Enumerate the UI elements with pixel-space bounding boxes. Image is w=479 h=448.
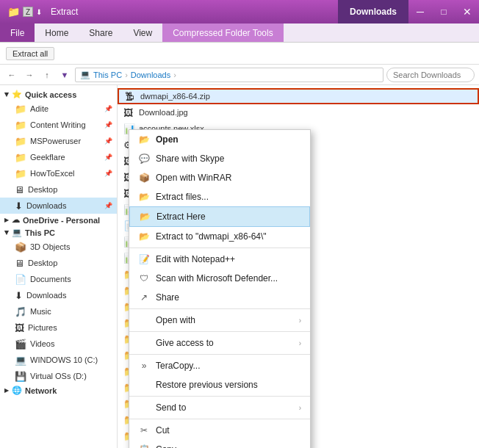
cm-item-cut[interactable]: ✂ Cut	[129, 421, 310, 440]
cm-item-share-skype[interactable]: 💬 Share with Skype	[129, 149, 310, 168]
cm-item-restore-versions[interactable]: Restore previous versions	[129, 375, 310, 394]
cm-item-share[interactable]: ↗ Share	[129, 288, 310, 307]
sidebar-item-videos[interactable]: 🎬 Videos	[0, 336, 117, 352]
network-label: Network	[25, 386, 57, 395]
sidebar-item-desktop2[interactable]: 🖥 Desktop	[0, 255, 117, 271]
cm-icon-extract-files: 📂	[138, 191, 150, 203]
cm-label-extract-files: Extract files...	[156, 192, 301, 202]
title-bar-right-label: Downloads	[338, 0, 408, 24]
pin-icon: 📌	[104, 105, 112, 112]
zip-icon: Z	[23, 7, 33, 17]
tab-file[interactable]: File	[0, 24, 35, 42]
cm-separator-sep1	[129, 248, 310, 248]
chevron-right-icon-net: ▸	[4, 386, 9, 395]
cm-item-open-winrar[interactable]: 📦 Open with WinRAR	[129, 168, 310, 187]
context-menu: 📂 Open 💬 Share with Skype 📦 Open with Wi…	[129, 129, 311, 448]
cm-item-open-with[interactable]: Open with ›	[129, 311, 310, 330]
search-input[interactable]	[386, 68, 475, 82]
cm-arrow-open-with: ›	[299, 317, 301, 325]
extract-all-button[interactable]: Extract all	[6, 47, 54, 60]
cm-separator-sep3	[129, 331, 310, 332]
cm-item-send-to[interactable]: Send to ›	[129, 398, 310, 417]
tab-compressed[interactable]: Compressed Folder Tools	[162, 24, 284, 42]
up-button[interactable]: ↑	[40, 68, 54, 82]
cm-item-copy[interactable]: 📋 Copy	[129, 440, 310, 448]
file-name-download-jpg: Download.jpg	[139, 108, 188, 117]
folder-icon: 📁	[7, 6, 20, 18]
cm-separator-sep5	[129, 396, 310, 397]
sidebar-item-mspoweruser[interactable]: 📁 MSPoweruser 📌	[0, 133, 117, 149]
this-pc-header[interactable]: ▾ 💻 This PC	[0, 226, 117, 239]
cm-icon-share-skype: 💬	[138, 153, 150, 165]
tab-view[interactable]: View	[123, 24, 162, 42]
onedrive-header[interactable]: ▸ ☁ OneDrive - Personal	[0, 214, 117, 226]
chevron-right-icon: ▸	[4, 215, 9, 225]
sidebar-item-adite[interactable]: 📁 Adite 📌	[0, 101, 117, 117]
sidebar-item-windows[interactable]: 💻 WINDOWS 10 (C:)	[0, 352, 117, 368]
cm-arrow-give-access: ›	[299, 339, 301, 347]
sidebar-item-howtoexcel[interactable]: 📁 HowToExcel 📌	[0, 165, 117, 181]
refresh-button[interactable]: ▼	[57, 68, 72, 82]
cm-label-open-winrar: Open with WinRAR	[156, 173, 301, 183]
cm-item-open[interactable]: 📂 Open	[129, 130, 310, 149]
content-writing-icon: 📁	[15, 120, 26, 131]
extract-label: Extract	[51, 7, 78, 17]
cm-label-extract-here: Extract Here	[156, 212, 300, 222]
cm-label-edit-notepad: Edit with Notepad++	[156, 254, 301, 264]
sidebar-item-geekflare[interactable]: 📁 Geekflare 📌	[0, 149, 117, 165]
pin-icon: 📌	[104, 153, 112, 161]
howtoexcel-icon: 📁	[15, 168, 26, 179]
network-icon: 🌐	[12, 386, 22, 395]
file-icon-download-jpg: 🖼	[123, 107, 135, 118]
cm-item-extract-to[interactable]: 📂 Extract to "dwmapi_x86-64\"	[129, 227, 310, 246]
maximize-button[interactable]: □	[432, 0, 455, 24]
videos-icon: 🎬	[15, 339, 26, 350]
cm-icon-send-to	[138, 402, 150, 413]
cm-item-edit-notepad[interactable]: 📝 Edit with Notepad++	[129, 250, 310, 269]
cm-item-scan-defender[interactable]: 🛡 Scan with Microsoft Defender...	[129, 269, 310, 288]
adite-icon: 📁	[15, 104, 26, 115]
quick-access-header[interactable]: ▾ ⭐ Quick access	[0, 88, 117, 101]
cm-label-send-to: Send to	[156, 402, 293, 413]
virtual-os-icon: 💾	[15, 371, 26, 382]
cm-icon-edit-notepad: 📝	[138, 253, 150, 265]
ribbon-area: Extract all	[0, 43, 479, 65]
sidebar-item-virtual-os[interactable]: 💾 Virtual OSs (D:)	[0, 368, 117, 384]
address-path[interactable]: 💻 This PC › Downloads ›	[75, 68, 383, 82]
sidebar-item-documents[interactable]: 📄 Documents	[0, 271, 117, 287]
cm-label-open: Open	[156, 134, 301, 145]
cm-item-extract-here[interactable]: 📂 Extract Here	[129, 206, 310, 227]
tab-home[interactable]: Home	[35, 24, 79, 42]
cm-item-extract-files[interactable]: 📂 Extract files...	[129, 187, 310, 206]
file-item-dwmapi[interactable]: 🗜 dwmapi_x86-64.zip	[118, 88, 479, 104]
downloads2-icon: ⬇	[15, 290, 23, 301]
cm-label-open-with: Open with	[156, 315, 293, 325]
network-header[interactable]: ▸ 🌐 Network	[0, 384, 117, 397]
cm-item-give-access[interactable]: Give access to ›	[129, 333, 310, 353]
back-button[interactable]: ←	[4, 68, 19, 82]
tab-share[interactable]: Share	[79, 24, 123, 42]
cm-separator-sep6	[129, 419, 310, 419]
close-button[interactable]: ✕	[455, 0, 479, 24]
toolbar-icon: ⬇	[36, 8, 42, 16]
file-item-download-jpg[interactable]: 🖼 Download.jpg	[118, 104, 479, 120]
sidebar-item-downloads2[interactable]: ⬇ Downloads	[0, 287, 117, 303]
file-name-dwmapi: dwmapi_x86-64.zip	[140, 92, 210, 101]
cm-icon-restore-versions	[138, 379, 150, 391]
sidebar-item-content-writing[interactable]: 📁 Content Writing 📌	[0, 117, 117, 133]
cm-item-teracopy[interactable]: » TeraCopy...	[129, 356, 310, 375]
windows-icon: 💻	[15, 355, 26, 366]
cm-icon-extract-here: 📂	[139, 211, 151, 223]
cm-separator-sep4	[129, 354, 310, 355]
sidebar-item-downloads[interactable]: ⬇ Downloads 📌	[0, 198, 117, 214]
sidebar-item-desktop[interactable]: 🖥 Desktop	[0, 181, 117, 198]
onedrive-label: OneDrive - Personal	[23, 216, 100, 225]
cm-label-cut: Cut	[156, 425, 301, 436]
sidebar-item-3d-objects[interactable]: 📦 3D Objects	[0, 239, 117, 255]
cm-icon-extract-to: 📂	[138, 231, 150, 242]
minimize-button[interactable]: ─	[408, 0, 432, 24]
forward-button[interactable]: →	[22, 68, 37, 82]
sidebar-item-music[interactable]: 🎵 Music	[0, 303, 117, 319]
downloads-label: Downloads	[131, 71, 170, 79]
sidebar-item-pictures[interactable]: 🖼 Pictures	[0, 319, 117, 336]
